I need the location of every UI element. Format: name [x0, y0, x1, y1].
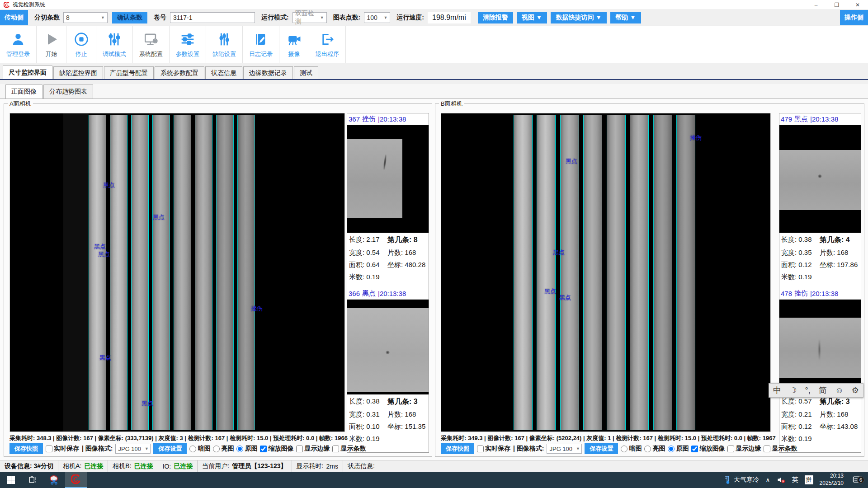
task-view-icon	[28, 475, 37, 484]
defect-time: |20:13:38	[810, 115, 838, 123]
tab-front-image[interactable]: 正面图像	[5, 84, 42, 99]
close-button[interactable]: ✕	[847, 0, 868, 9]
tab-defect-monitor[interactable]: 缺陷监控界面	[53, 66, 103, 79]
language-indicator[interactable]: 英	[792, 476, 798, 484]
run-mode-combo[interactable]: 双面检测▼	[292, 12, 327, 23]
ime-emoji-icon[interactable]: ☺	[835, 386, 843, 395]
bright-image-radio[interactable]: 亮图	[213, 445, 234, 453]
minimize-button[interactable]: –	[806, 0, 826, 9]
show-edges-checkbox[interactable]: 显示边缘	[296, 445, 330, 453]
save-snapshot-button[interactable]: 保存快照	[9, 443, 43, 454]
show-strips-checkbox[interactable]: 显示条数	[764, 445, 797, 453]
defect-thumbnail	[779, 300, 861, 394]
inspection-app-taskbar-button[interactable]	[65, 472, 87, 488]
exit-program-button[interactable]: 退出程序	[309, 26, 346, 63]
strip-count-label: 分切条数	[34, 14, 60, 22]
original-image-radio[interactable]: 原图	[668, 445, 689, 453]
image-format-combo[interactable]: JPG 100▼	[115, 444, 151, 454]
defect-settings-button[interactable]: 缺陷设置	[206, 26, 243, 63]
zoom-image-checkbox[interactable]: 缩放图像	[260, 445, 293, 453]
clock-date: 2025/2/10	[820, 480, 844, 487]
camera-b-image: 挫伤 黑点 黑点 黑点 黑点	[441, 113, 771, 432]
chart-points-combo[interactable]: 100▼	[364, 12, 390, 23]
snipping-tool-button[interactable]	[43, 472, 65, 488]
defect-card: 479 黑点 |20:13:38 长度: 0.38 第几条: 4 宽度: 0.3…	[779, 113, 861, 282]
camera-capture-button[interactable]: 摄像	[279, 26, 309, 63]
bright-image-radio[interactable]: 亮图	[644, 445, 665, 453]
param-settings-button[interactable]: 参数设置	[170, 26, 206, 63]
log-record-button[interactable]: 日志记录	[243, 26, 279, 63]
speaker-muted-icon[interactable]	[777, 476, 786, 484]
strip-count-combo[interactable]: 8▼	[63, 12, 108, 23]
clear-alarm-button[interactable]: 清除报警	[478, 12, 513, 23]
save-snapshot-button[interactable]: 保存快照	[441, 443, 474, 454]
system-config-button[interactable]: 系统配置	[133, 26, 170, 63]
defect-id: 479	[781, 115, 792, 123]
action-center-button[interactable]: 6	[850, 475, 863, 484]
sliders-horizontal-icon	[180, 30, 195, 48]
save-settings-button[interactable]: 保存设置	[585, 443, 618, 454]
realtime-save-checkbox[interactable]: 实时保存	[477, 445, 510, 453]
tab-edge-data-record[interactable]: 边缘数据记录	[243, 66, 293, 79]
defect-stats: 长度: 0.57 第几条: 3 宽度: 0.21 片数: 168 面积: 0.1…	[779, 394, 861, 443]
ime-fullwidth-icon[interactable]: ☽	[789, 385, 797, 395]
image-format-combo[interactable]: JPG 100▼	[547, 444, 582, 454]
tab-system-param-config[interactable]: 系统参数配置	[155, 66, 204, 79]
defect-card-header: 479 黑点 |20:13:38	[779, 113, 861, 125]
chevron-down-icon: ▼	[145, 446, 149, 451]
original-image-radio[interactable]: 原图	[236, 445, 257, 453]
defect-label: 黑点	[142, 399, 153, 408]
start-button[interactable]: 开始	[37, 26, 66, 63]
user-icon	[10, 30, 26, 48]
app-logo-icon	[4, 2, 10, 8]
clock[interactable]: 20:13 2025/2/10	[820, 473, 844, 487]
tab-test[interactable]: 测试	[294, 66, 318, 79]
hidden-icons-chevron[interactable]: ∧	[765, 476, 770, 483]
view-menu-button[interactable]: 视图 ▼	[517, 12, 547, 23]
maximize-button[interactable]: ❐	[826, 0, 847, 9]
roll-number-input[interactable]	[170, 12, 255, 23]
dark-image-radio[interactable]: 暗图	[189, 445, 210, 453]
confirm-count-button[interactable]: 确认条数	[112, 12, 147, 23]
defect-card-header: 478 挫伤 |20:13:38	[779, 288, 861, 300]
ime-punctuation-icon[interactable]: °,	[805, 386, 811, 395]
camera-b-stats-line: 采集耗时: 349.3 | 图像计数: 167 | 像素坐标: (5202,24…	[441, 434, 776, 442]
defect-type: 挫伤	[362, 115, 376, 123]
tab-status-info[interactable]: 状态信息	[205, 66, 242, 79]
defect-id: 478	[781, 290, 792, 297]
dark-image-radio[interactable]: 暗图	[621, 445, 642, 453]
user-name: 管理员【123-123】	[232, 462, 287, 470]
filter-sliders-icon	[217, 30, 231, 48]
weather-widget[interactable]: 天气寒冷	[725, 475, 759, 484]
ime-settings-gear-icon[interactable]: ⚙	[852, 385, 859, 395]
debug-mode-button[interactable]: 调试模式	[96, 26, 133, 63]
defect-thumbnail	[347, 300, 429, 394]
save-settings-button[interactable]: 保存设置	[153, 443, 187, 454]
stop-button[interactable]: 停止	[66, 26, 96, 63]
ime-indicator[interactable]: 拼	[805, 475, 813, 484]
ime-simplified[interactable]: 简	[819, 385, 827, 396]
show-strips-checkbox[interactable]: 显示条数	[332, 445, 366, 453]
play-icon	[44, 30, 59, 48]
ime-mode-chinese[interactable]: 中	[773, 385, 781, 396]
start-button[interactable]	[0, 472, 22, 488]
help-menu-button[interactable]: 帮助 ▼	[610, 12, 641, 23]
tab-size-monitor[interactable]: 尺寸监控界面	[3, 66, 52, 79]
operator-side-button[interactable]: 操作侧	[840, 10, 868, 25]
admin-login-button[interactable]: 管理登录	[0, 26, 37, 63]
tab-distribution-trend[interactable]: 分布趋势图表	[43, 84, 93, 99]
monitor-page: A面相机 黑点 黑点 黑点 黑点 挫伤 黑点 黑点	[0, 99, 868, 460]
drive-side-button[interactable]: 传动侧	[0, 10, 28, 25]
data-quick-access-menu-button[interactable]: 数据快捷访问 ▼	[551, 12, 607, 23]
camera-a-stats-line: 采集耗时: 348.3 | 图像计数: 167 | 像素坐标: (333,713…	[9, 434, 345, 442]
task-view-button[interactable]	[22, 472, 43, 488]
tab-product-model-config[interactable]: 产品型号配置	[104, 66, 154, 79]
stop-icon	[74, 30, 89, 48]
defect-card-header: 366 黑点 |20:13:38	[347, 288, 429, 300]
title-bar: 视觉检测系统 – ❐ ✕	[0, 0, 868, 10]
zoom-image-checkbox[interactable]: 缩放图像	[691, 445, 725, 453]
weather-text: 天气寒冷	[734, 476, 759, 484]
realtime-save-checkbox[interactable]: 实时保存	[46, 445, 79, 453]
chevron-down-icon: ▼	[383, 15, 387, 20]
show-edges-checkbox[interactable]: 显示边缘	[727, 445, 761, 453]
